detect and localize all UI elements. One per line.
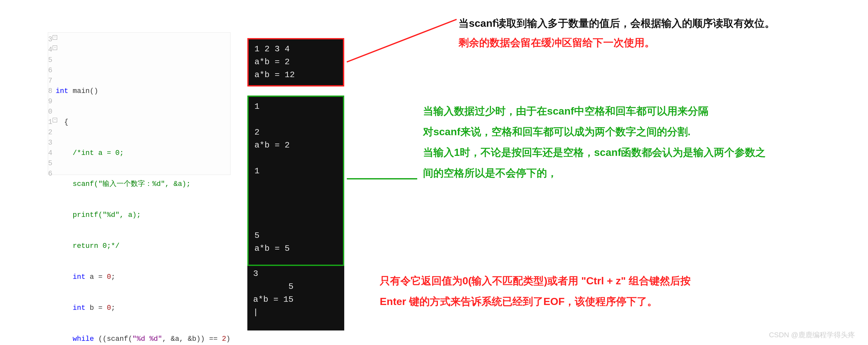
code-editor: 3 4 5 6 7 8 9 0 1 2 3 4 5 6 – – – int ma… (48, 32, 230, 175)
console-output-tail: 3 5 a*b = 15 | (247, 266, 344, 331)
code-text: ; (111, 273, 115, 281)
code-keyword: int (56, 87, 68, 95)
fold-icon[interactable]: – (53, 118, 57, 122)
code-keyword: int (73, 304, 86, 312)
code-text: { (56, 117, 230, 127)
line-number: 9 (48, 96, 52, 107)
code-body: – – – int main() { /*int a = 0; scanf("输… (54, 33, 230, 175)
code-text: ) (226, 335, 230, 343)
code-text: , &a, &b)) == (162, 335, 222, 343)
svg-line-0 (347, 19, 457, 62)
code-comment: scanf("输入一个数字：%d", &a); (56, 179, 230, 189)
code-text: a = (86, 273, 107, 281)
line-number: 3 (48, 34, 52, 45)
line-number: 6 (48, 65, 52, 76)
code-keyword: while (73, 335, 94, 343)
console-output-insufficient: 1 2 a*b = 2 1 5 a*b = 5 (247, 96, 344, 266)
code-keyword: int (73, 273, 86, 281)
code-text (56, 335, 73, 343)
code-comment: printf("%d", a); (56, 210, 230, 220)
code-number: 2 (222, 335, 226, 343)
line-number: 0 (48, 107, 52, 117)
anno-insufficient-2: 对scanf来说，空格和回车都可以成为两个数字之间的分割. (423, 123, 690, 141)
code-text (56, 273, 73, 281)
code-number: 0 (107, 304, 111, 312)
line-number: 5 (48, 55, 52, 65)
line-number: 2 (48, 127, 52, 138)
code-text (56, 304, 73, 312)
line-number: 3 (48, 138, 52, 148)
code-comment: /*int a = 0; (56, 148, 230, 158)
line-number: 7 (48, 76, 52, 86)
code-string: "%d %d" (132, 335, 162, 343)
line-number: 1 (48, 117, 52, 127)
watermark: CSDN @鹿鹿编程学得头疼 (769, 330, 855, 340)
code-number: 0 (107, 273, 111, 281)
anno-eof-2: Enter 键的方式来告诉系统已经到了EOF，该使程序停下了。 (380, 292, 657, 311)
line-number: 6 (48, 169, 52, 179)
line-number: 5 (48, 158, 52, 169)
line-number: 4 (48, 45, 52, 55)
code-text: main() (68, 87, 98, 95)
console-output-excess: 1 2 3 4 a*b = 2 a*b = 12 (247, 38, 344, 87)
anno-insufficient-1: 当输入数据过少时，由于在scanf中空格和回车都可以用来分隔 (423, 102, 709, 120)
line-gutter: 3 4 5 6 7 8 9 0 1 2 3 4 5 6 (48, 33, 54, 175)
line-number: 4 (48, 148, 52, 158)
anno-insufficient-4: 间的空格所以是不会停下的， (423, 164, 557, 182)
fold-icon[interactable]: – (53, 45, 57, 50)
anno-excess-title: 当scanf读取到输入多于数量的值后，会根据输入的顺序读取有效位。 (459, 14, 775, 32)
code-text: b = (86, 304, 107, 312)
code-text: ; (111, 304, 115, 312)
code-comment: return 0;*/ (56, 241, 230, 251)
code-text: ((scanf( (94, 335, 132, 343)
anno-insufficient-3: 当输入1时，不论是按回车还是空格，scanf函数都会认为是输入两个参数之 (423, 143, 766, 161)
fold-icon[interactable]: – (53, 35, 57, 40)
anno-eof-1: 只有令它返回值为0(输入不匹配类型)或者用 "Ctrl + z" 组合键然后按 (380, 272, 691, 290)
anno-excess-detail: 剩余的数据会留在缓冲区留给下一次使用。 (459, 34, 655, 52)
line-number: 8 (48, 86, 52, 96)
